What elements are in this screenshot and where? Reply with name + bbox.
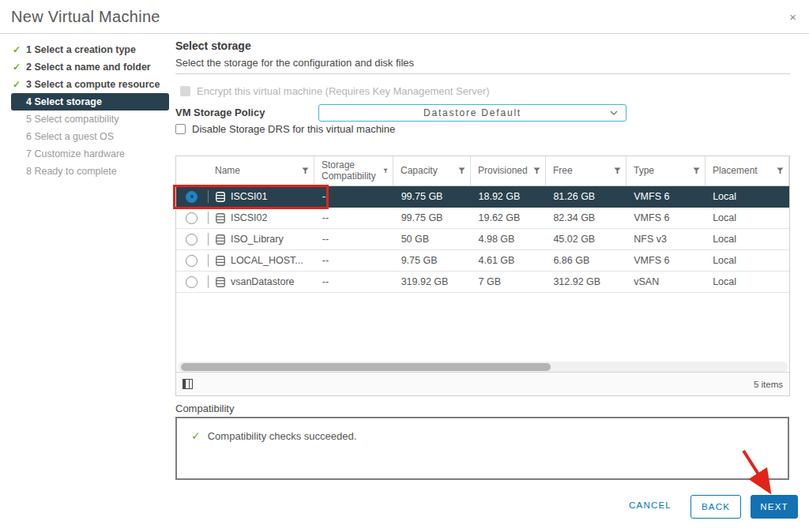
cell-storage_compatibility: --: [315, 276, 394, 287]
column-manager-button[interactable]: [182, 379, 193, 389]
datastore-name: LOCAL_HOST...: [231, 255, 303, 266]
column-header-label: Storage Compatibility: [322, 160, 383, 182]
cell-free: 45.02 GB: [546, 234, 627, 245]
column-header-capacity[interactable]: Capacity: [393, 156, 471, 185]
compatibility-message-row: ✓ Compatibility checks succeeded.: [191, 429, 356, 442]
column-header-type[interactable]: Type: [627, 156, 706, 185]
wizard-step-3[interactable]: ✓3 Select a compute resource: [11, 76, 169, 93]
encrypt-vm-row: Encrypt this virtual machine (Requires K…: [180, 85, 490, 97]
panel-divider: [175, 73, 790, 74]
wizard-step-8[interactable]: 8 Ready to complete: [11, 163, 169, 180]
row-radio-button[interactable]: [186, 255, 198, 267]
cell-free: 81.26 GB: [546, 191, 627, 202]
row-radio-button[interactable]: [186, 276, 198, 288]
column-header-provisioned[interactable]: Provisioned: [471, 156, 546, 185]
cell-name: vsanDatastore: [209, 276, 315, 287]
column-header-label: Type: [634, 166, 693, 177]
datastore-row-iscsi02[interactable]: ISCSI02--99.75 GB19.62 GB82.34 GBVMFS 6L…: [176, 208, 789, 229]
cell-placement: Local: [706, 255, 789, 266]
next-button[interactable]: NEXT: [751, 495, 798, 519]
datastore-icon: [216, 213, 225, 223]
compatibility-message: Compatibility checks succeeded.: [208, 430, 357, 442]
step-label: 7 Customize hardware: [26, 148, 125, 159]
wizard-step-4[interactable]: 4 Select storage: [11, 93, 169, 111]
cell-type: vSAN: [627, 276, 706, 287]
cell-free: 6.86 GB: [546, 255, 627, 266]
cell-provisioned: 7 GB: [472, 276, 547, 287]
filter-icon[interactable]: [533, 167, 540, 174]
datastore-row-iso-library[interactable]: ISO_Library--50 GB4.98 GB45.02 GBNFS v3L…: [176, 229, 789, 250]
datastore-row-iscsi01[interactable]: ISCSI01--99.75 GB18.92 GB81.26 GBVMFS 6L…: [176, 186, 789, 208]
cell-type: VMFS 6: [627, 212, 706, 223]
vm-storage-policy-dropdown[interactable]: Datastore Default: [318, 104, 627, 122]
disable-drs-checkbox[interactable]: [175, 124, 186, 134]
step-label: 4 Select storage: [26, 96, 102, 107]
cell-type: NFS v3: [627, 234, 706, 245]
column-header-name[interactable]: Name: [208, 156, 314, 185]
step-label: 3 Select a compute resource: [26, 79, 160, 90]
encrypt-vm-label: Encrypt this virtual machine (Requires K…: [197, 85, 490, 97]
wizard-step-6[interactable]: 6 Select a guest OS: [11, 128, 169, 145]
title-divider: [0, 33, 809, 34]
success-check-icon: ✓: [191, 429, 201, 442]
step-label: 8 Ready to complete: [26, 166, 117, 177]
check-icon: ✓: [13, 44, 26, 55]
compatibility-box: ✓ Compatibility checks succeeded.: [175, 417, 789, 480]
cell-provisioned: 18.92 GB: [472, 191, 547, 202]
datastore-icon: [216, 277, 225, 287]
column-header-storage-compatibility[interactable]: Storage Compatibility: [314, 156, 393, 185]
columns-icon: [182, 379, 193, 389]
horizontal-scrollbar[interactable]: [178, 362, 788, 372]
cell-provisioned: 19.62 GB: [472, 212, 547, 223]
column-header-label: Free: [553, 166, 614, 177]
cell-placement: Local: [706, 212, 789, 223]
datastore-name: ISO_Library: [231, 234, 284, 245]
dialog-title: New Virtual Machine: [11, 8, 160, 26]
datastore-row-local-host-[interactable]: LOCAL_HOST...--9.75 GB4.61 GB6.86 GBVMFS…: [176, 250, 789, 272]
close-icon[interactable]: ×: [789, 11, 796, 23]
filter-icon[interactable]: [383, 167, 388, 174]
scrollbar-thumb[interactable]: [181, 363, 551, 371]
column-header-placement[interactable]: Placement: [706, 156, 789, 185]
cell-capacity: 319.92 GB: [394, 276, 472, 287]
cell-type: VMFS 6: [627, 255, 706, 266]
row-radio-button[interactable]: [186, 212, 198, 224]
disable-drs-label: Disable Storage DRS for this virtual mac…: [192, 123, 395, 135]
cell-storage_compatibility: --: [315, 255, 394, 266]
cell-storage_compatibility: --: [315, 191, 394, 202]
filter-icon[interactable]: [777, 167, 784, 174]
cell-name: ISCSI02: [209, 212, 315, 223]
datastore-table-header: NameStorage CompatibilityCapacityProvisi…: [176, 156, 789, 186]
row-radio-button[interactable]: [186, 234, 198, 245]
table-empty-area: [176, 293, 789, 362]
cell-provisioned: 4.61 GB: [472, 255, 547, 266]
wizard-step-5[interactable]: 5 Select compatibility: [11, 111, 169, 128]
wizard-step-2[interactable]: ✓2 Select a name and folder: [11, 58, 169, 76]
filter-icon[interactable]: [458, 167, 465, 174]
column-header-label: Placement: [713, 166, 777, 177]
cell-capacity: 99.75 GB: [394, 212, 472, 223]
back-button[interactable]: BACK: [690, 495, 741, 519]
cell-capacity: 99.75 GB: [394, 191, 472, 202]
cancel-button[interactable]: CANCEL: [629, 500, 672, 510]
cell-capacity: 9.75 GB: [394, 255, 472, 266]
column-header-free[interactable]: Free: [546, 156, 627, 185]
filter-icon[interactable]: [614, 167, 621, 174]
row-radio-button[interactable]: [186, 191, 198, 203]
filter-icon[interactable]: [302, 167, 309, 174]
datastore-icon: [216, 256, 225, 266]
table-footer: 5 items: [176, 372, 789, 395]
column-header-label: Capacity: [401, 166, 458, 177]
datastore-name: ISCSI01: [231, 191, 268, 202]
cell-name: ISO_Library: [209, 234, 315, 245]
cell-storage_compatibility: --: [315, 234, 394, 245]
filter-icon[interactable]: [693, 167, 700, 174]
page-title: Select storage: [175, 39, 251, 52]
vm-storage-policy-value: Datastore Default: [423, 107, 521, 118]
vm-storage-policy-label: VM Storage Policy: [175, 107, 265, 118]
datastore-row-vsandatastore[interactable]: vsanDatastore--319.92 GB7 GB312.92 GBvSA…: [176, 272, 789, 293]
wizard-step-1[interactable]: ✓1 Select a creation type: [11, 41, 169, 58]
cell-free: 82.34 GB: [546, 212, 627, 223]
datastore-name: ISCSI02: [231, 212, 268, 223]
wizard-step-7[interactable]: 7 Customize hardware: [11, 145, 169, 163]
